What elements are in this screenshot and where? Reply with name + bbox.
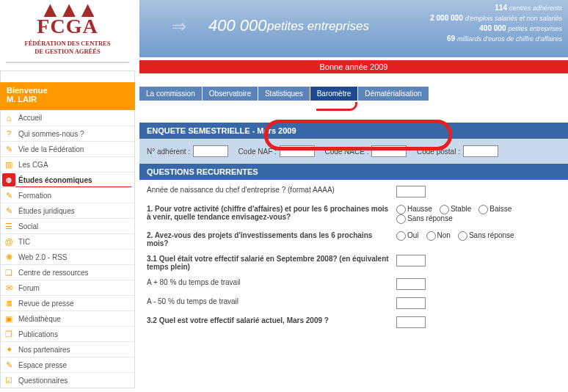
q-birth-label: Année de naissance du chef d'entreprise … [147, 186, 396, 197]
q1-option[interactable]: Baisse [478, 205, 511, 214]
sidebar-nav: ⌂Accueil?Qui sommes-nous ?✎Vie de la Féd… [0, 110, 135, 388]
sidebar-item-17[interactable]: ☑Questionnaires [1, 372, 134, 388]
nav-icon: ▣ [2, 312, 15, 325]
nav-icon: ✦ [2, 343, 15, 356]
nav-label: Centre de ressources [18, 269, 89, 277]
q31a-label: A + 80 % du temps de travail [147, 278, 396, 290]
tab-1[interactable]: Observatoire [203, 87, 258, 101]
adherent-input[interactable] [193, 145, 228, 157]
sidebar-item-2[interactable]: ✎Vie de la Fédération [1, 141, 134, 156]
q2-label: 2. Avez-vous des projets d'investissemen… [147, 231, 396, 247]
tab-3[interactable]: Baromètre [310, 87, 359, 101]
q31a-input[interactable] [396, 278, 426, 290]
welcome-box: BienvenueM. LAIR [0, 82, 135, 110]
q31b-input[interactable] [396, 297, 426, 309]
nav-icon: ⌂ [2, 112, 15, 125]
sidebar-item-9[interactable]: ❋Web 2.0 - RSS [1, 249, 134, 264]
q1-option[interactable]: Hausse [396, 205, 432, 214]
nav-label: Social [18, 222, 38, 231]
annotation-underline [316, 102, 357, 111]
q1-label: 1. Pour votre activité (chiffre d'affair… [147, 205, 396, 224]
q32-label: 3.2 Quel est votre effectif salarié actu… [147, 316, 396, 328]
nav-icon: ❐ [2, 327, 15, 341]
nav-label: Les CGA [18, 161, 48, 169]
sidebar-item-5[interactable]: ✎Formation [1, 187, 134, 203]
nav-label: Revue de presse [18, 300, 74, 308]
nav-icon: ◍ [2, 173, 15, 186]
tab-0[interactable]: La commission [139, 87, 203, 101]
nav-label: Vie de la Fédération [18, 145, 84, 153]
sidebar-item-16[interactable]: ✎Espace presse [1, 357, 134, 372]
nav-icon: ≣ [2, 297, 15, 310]
tab-2[interactable]: Statistiques [258, 87, 310, 101]
tab-4[interactable]: Dématérialisation [358, 87, 429, 101]
section-header-enquete: ENQUETE SEMESTRIELLE - Mars 2009 [139, 123, 568, 139]
nav-icon: ? [2, 127, 15, 140]
nav-icon: ☰ [2, 219, 15, 233]
nav-label: Accueil [18, 114, 42, 122]
sidebar-item-4[interactable]: ◍Études économiques [1, 172, 134, 187]
sidebar-item-0[interactable]: ⌂Accueil [1, 110, 134, 126]
arrow-icon: ⇒ [172, 16, 186, 37]
q2-option[interactable]: Oui [396, 231, 419, 241]
nav-icon: @ [2, 235, 15, 248]
nav-icon: ✎ [2, 358, 15, 371]
sidebar-item-14[interactable]: ❐Publications [1, 326, 134, 341]
q2-option[interactable]: Non [426, 231, 451, 241]
nav-label: Qui sommes-nous ? [18, 130, 84, 138]
nav-label: Questionnaires [18, 377, 68, 385]
nav-label: TIC [18, 238, 30, 246]
nav-label: Études économiques [18, 176, 92, 184]
nav-icon: ❋ [2, 250, 15, 264]
postal-input[interactable] [463, 145, 498, 157]
q2-option[interactable]: Sans réponse [458, 231, 514, 241]
nav-label: Médiathèque [18, 315, 61, 323]
announcement-bar: Bonne année 2009 [139, 60, 568, 73]
nav-icon: ❏ [2, 266, 15, 279]
section-header-questions: QUESTIONS RECURRENTES [139, 164, 568, 180]
sidebar-item-15[interactable]: ✦Nos partenaires [1, 341, 134, 357]
tab-bar: La commissionObservatoireStatistiquesBar… [139, 87, 568, 101]
q31-label: 3.1 Quel était votre effectif salarié en… [147, 255, 396, 271]
banner: ⇒ 400 000 petites entreprises 114centres… [139, 0, 568, 57]
q-birth-input[interactable] [396, 186, 426, 197]
q1-option[interactable]: Sans réponse [396, 214, 453, 224]
nav-icon: ▥ [2, 158, 15, 171]
adherent-label: N° adhérent : [147, 148, 190, 156]
nav-icon: ✎ [2, 189, 15, 202]
sidebar-item-10[interactable]: ❏Centre de ressources [1, 264, 134, 280]
nav-icon: ✎ [2, 204, 15, 217]
nav-label: Formation [18, 192, 51, 200]
q31-input[interactable] [396, 255, 426, 266]
sidebar-item-3[interactable]: ▥Les CGA [1, 156, 134, 172]
nav-icon: ☑ [2, 374, 15, 387]
sidebar-item-6[interactable]: ✎Études juridiques [1, 203, 134, 218]
nav-label: Publications [18, 330, 58, 338]
q1-option[interactable]: Stable [440, 205, 471, 214]
q31b-label: A - 50 % du temps de travail [147, 297, 396, 309]
sidebar-item-12[interactable]: ≣Revue de presse [1, 295, 134, 311]
sidebar-item-7[interactable]: ☰Social [1, 218, 134, 233]
sidebar-item-13[interactable]: ▣Médiathèque [1, 311, 134, 326]
logo: ▲▲▲ FCGA FÉDÉRATION DES CENTRESDE GESTIO… [0, 0, 135, 70]
q32-input[interactable] [396, 316, 426, 328]
annotation-circle [264, 120, 452, 150]
nav-label: Nos partenaires [18, 346, 70, 354]
nav-icon: ✎ [2, 142, 15, 156]
sidebar-item-1[interactable]: ?Qui sommes-nous ? [1, 126, 134, 141]
sidebar-item-11[interactable]: ✉Forum [1, 280, 134, 295]
sidebar-item-8[interactable]: @TIC [1, 233, 134, 249]
nav-label: Forum [18, 284, 40, 292]
nav-label: Web 2.0 - RSS [18, 253, 68, 261]
nav-icon: ✉ [2, 281, 15, 294]
nav-label: Espace presse [18, 361, 67, 369]
nav-label: Études juridiques [18, 207, 75, 215]
